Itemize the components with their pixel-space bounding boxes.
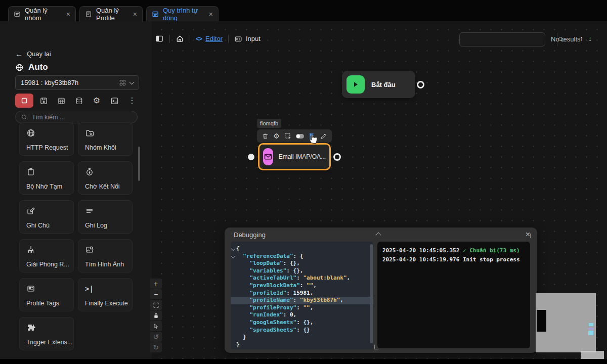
enable-toggle[interactable] — [296, 134, 304, 139]
block-item-trigger-extension[interactable]: Trigger Extens... — [19, 317, 74, 350]
tab-bar: Quản lý nhóm × Quản lý Profile × Quy trì… — [0, 0, 607, 21]
folder-icon — [85, 128, 132, 138]
search-input[interactable] — [31, 113, 124, 121]
grid-icon — [119, 79, 126, 86]
node-settings-icon[interactable]: ⚙ — [273, 132, 280, 140]
close-icon[interactable]: × — [209, 11, 213, 18]
start-node-output-handle[interactable] — [417, 81, 424, 88]
node-toolbar: ⚙ — [257, 129, 332, 143]
minimap-node-rect — [589, 323, 593, 326]
tab-automation-workflow[interactable]: Quy trình tự động × — [146, 6, 219, 21]
divider — [169, 35, 170, 43]
input-icon — [234, 35, 242, 43]
execution-log[interactable]: 2025-04-20 10:45:05.352 ✓ Chuẩn bị(73 ms… — [377, 242, 530, 348]
home-button[interactable] — [176, 34, 184, 43]
email-node-label: Email IMAP/OA... — [279, 153, 326, 160]
previous-result-icon[interactable]: ↑ — [580, 34, 583, 42]
block-list: HTTP Request Nhóm Khối Bộ Nhớ Tạm Chờ Kế… — [19, 122, 133, 350]
log-corner-mark — [374, 345, 379, 349]
email-imap-node[interactable]: Email IMAP/OA... — [258, 143, 331, 170]
clipboard-icon — [26, 167, 73, 177]
block-item-http-request[interactable]: HTTP Request — [19, 122, 74, 156]
edit-node-icon[interactable] — [320, 132, 327, 140]
close-icon[interactable]: × — [66, 11, 70, 18]
app-window: Quản lý nhóm × Quản lý Profile × Quy trì… — [0, 0, 607, 364]
note-edit-icon — [26, 206, 73, 216]
block-item-release-resources[interactable]: Giải Phóng R... — [19, 239, 74, 272]
redo-button[interactable]: ↻ — [150, 342, 162, 352]
email-node-output-handle[interactable] — [333, 153, 341, 161]
block-item-clipboard[interactable]: Bộ Nhớ Tạm — [19, 161, 74, 195]
reference-data-json[interactable]: { "referenceData": { "loopData": {}, "va… — [231, 242, 373, 349]
blocks-tab-button[interactable] — [15, 94, 33, 108]
select-element-icon[interactable] — [284, 132, 292, 140]
editor-view-button[interactable]: <> Editor — [196, 35, 223, 42]
debugging-panel: Debugging × { "referenceData": { "loopDa… — [225, 228, 537, 353]
block-label: Tìm Hình Ảnh — [85, 261, 132, 268]
block-item-wait-connection[interactable]: Chờ Kết Nối — [78, 161, 133, 195]
back-arrow-icon: ← — [15, 50, 23, 58]
database-button[interactable] — [71, 94, 86, 108]
puzzle-icon — [26, 323, 73, 333]
input-label: Input — [246, 35, 261, 42]
back-button[interactable]: ← Quay lại — [15, 50, 51, 58]
toggle-sidebar-button[interactable] — [155, 34, 164, 43]
terminal-button[interactable] — [107, 94, 122, 108]
pointer-mode-button[interactable] — [150, 321, 162, 331]
image-search-icon — [85, 245, 132, 255]
json-scrollbar[interactable] — [370, 244, 373, 343]
log-corner-mark — [526, 234, 531, 238]
id-card-icon — [26, 284, 73, 294]
zoom-out-button[interactable]: − — [150, 289, 162, 299]
block-item-note[interactable]: Ghi Chú — [19, 200, 74, 234]
chevron-down-icon — [129, 79, 135, 84]
block-item-find-image[interactable]: Tìm Hình Ảnh — [78, 239, 133, 272]
email-node-input-handle[interactable] — [248, 154, 254, 160]
block-label: Bộ Nhớ Tạm — [26, 183, 73, 190]
zoom-in-button[interactable]: + — [150, 279, 162, 289]
debugging-header[interactable]: Debugging × — [225, 228, 537, 242]
tab-profile-management[interactable]: Quản lý Profile × — [79, 6, 143, 21]
close-icon[interactable]: × — [133, 11, 137, 18]
block-label: Trigger Extens... — [26, 339, 73, 346]
block-item-group[interactable]: Nhóm Khối — [78, 122, 133, 156]
start-node[interactable]: Bắt đầu — [342, 71, 415, 98]
editor-label: Editor — [205, 35, 223, 42]
app-title-row: Auto — [15, 62, 48, 72]
undo-button[interactable]: ↺ — [150, 332, 162, 342]
minimap-node-rect — [588, 331, 593, 335]
collapse-panel-icon[interactable] — [375, 232, 381, 238]
block-search — [15, 111, 138, 123]
block-item-finally-execute[interactable]: >| Finally Execute — [78, 278, 133, 311]
tab-group-management[interactable]: Quản lý nhóm × — [8, 6, 76, 21]
saved-blocks-button[interactable] — [36, 94, 51, 108]
next-result-icon[interactable]: ↓ — [588, 34, 592, 42]
divider — [228, 35, 229, 43]
more-options-icon[interactable]: ⋮ — [124, 94, 140, 108]
canvas-search-input[interactable] — [460, 33, 557, 46]
debugging-title: Debugging — [234, 231, 266, 239]
code-icon: <> — [196, 35, 202, 42]
log-lines-icon — [85, 206, 132, 216]
profile-select[interactable]: 15981 : kby53tb87h — [15, 75, 139, 90]
minimap[interactable] — [536, 293, 596, 352]
delete-node-icon[interactable] — [262, 132, 269, 140]
back-label: Quay lại — [27, 50, 51, 58]
app-title: Auto — [28, 62, 48, 72]
play-icon — [346, 75, 365, 94]
block-list-scrollbar[interactable] — [138, 147, 140, 181]
block-item-profile-tags[interactable]: Profile Tags — [19, 278, 74, 311]
profile-tab-icon — [85, 11, 92, 18]
tab-label: Quản lý Profile — [96, 7, 129, 22]
envelope-icon — [263, 148, 273, 165]
gear-icon[interactable]: ⚙ — [89, 94, 104, 108]
block-label: Giải Phóng R... — [26, 261, 73, 268]
search-results-status: No results — [551, 35, 581, 43]
input-view-button[interactable]: Input — [234, 35, 261, 43]
canvas-search — [459, 32, 545, 47]
lock-button[interactable] — [150, 310, 162, 321]
block-item-log[interactable]: Ghi Log — [78, 200, 133, 234]
table-button[interactable] — [54, 94, 69, 108]
fit-view-button[interactable] — [150, 300, 162, 310]
divider — [190, 35, 190, 43]
